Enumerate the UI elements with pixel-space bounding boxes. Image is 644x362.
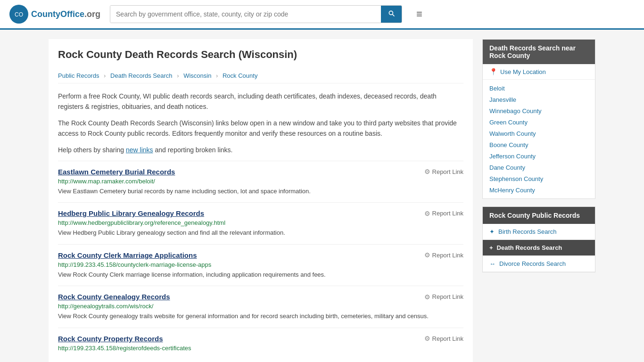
report-icon: ⚙ xyxy=(424,335,430,342)
record-item: Rock County Property Records ⚙ Report Li… xyxy=(58,328,463,360)
record-desc: View Eastlawn Cemetery burial records by… xyxy=(58,187,463,196)
page-header: CO CountyOffice.org ≡ xyxy=(0,0,644,30)
record-desc: View Hedberg Public Library genealogy se… xyxy=(58,228,463,238)
logo-link[interactable]: CO CountyOffice.org xyxy=(9,5,100,24)
search-bar xyxy=(110,5,402,23)
logo-icon: CO xyxy=(9,5,28,24)
report-link-btn[interactable]: ⚙ Report Link xyxy=(424,168,463,175)
report-link-btn[interactable]: ⚙ Report Link xyxy=(424,210,463,217)
nearby-list-item: Green County xyxy=(483,116,595,128)
new-links-link[interactable]: new links xyxy=(126,146,153,154)
nearby-list-item: Beloit xyxy=(483,82,595,94)
record-title[interactable]: Rock County Clerk Marriage Applications xyxy=(58,251,197,259)
sidebar-nearby-header: Death Records Search near Rock County xyxy=(483,40,595,64)
public-records-list: ✦ Birth Records Search + Death Records S… xyxy=(483,224,595,272)
nearby-list-item: Walworth County xyxy=(483,128,595,139)
logo-text: CountyOffice.org xyxy=(31,9,100,19)
record-item: Rock County Genealogy Records ⚙ Report L… xyxy=(58,286,463,328)
public-record-link[interactable]: ✦ Birth Records Search xyxy=(483,224,595,239)
pin-icon: 📍 xyxy=(489,68,497,75)
public-record-link[interactable]: + Death Records Search xyxy=(483,240,595,255)
nearby-list-item: McHenry County xyxy=(483,184,595,196)
nearby-list-item: Winnebago County xyxy=(483,105,595,116)
search-input[interactable] xyxy=(110,6,381,23)
record-title[interactable]: Rock County Genealogy Records xyxy=(58,293,170,301)
main-container: Rock County Death Records Search (Wiscon… xyxy=(39,30,605,362)
nearby-link[interactable]: McHenry County xyxy=(489,187,535,194)
record-url[interactable]: http://www.hedbergpubliclibrary.org/refe… xyxy=(58,219,463,226)
page-title: Rock County Death Records Search (Wiscon… xyxy=(58,49,463,61)
nearby-list-item: Dane County xyxy=(483,162,595,173)
description-para3: Help others by sharing new links and rep… xyxy=(58,145,463,155)
nearby-list-item: Boone County xyxy=(483,139,595,150)
breadcrumb-public-records[interactable]: Public Records xyxy=(58,72,99,79)
report-link-btn[interactable]: ⚙ Report Link xyxy=(424,335,463,342)
record-url[interactable]: http://199.233.45.158/countyclerk-marria… xyxy=(58,261,463,268)
description-para1: Perform a free Rock County, WI public de… xyxy=(58,91,463,112)
search-button[interactable] xyxy=(381,6,402,23)
record-desc: View Rock County Clerk marriage license … xyxy=(58,270,463,280)
record-url[interactable]: http://www.map.ramaker.com/beloit/ xyxy=(58,178,463,185)
report-icon: ⚙ xyxy=(424,210,430,217)
records-list: Eastlawn Cemetery Burial Records ⚙ Repor… xyxy=(58,161,463,360)
nearby-list-item: Janesville xyxy=(483,94,595,105)
record-url[interactable]: http://genealogytrails.com/wis/rock/ xyxy=(58,303,463,310)
public-record-item: + Death Records Search xyxy=(483,240,595,256)
nearby-link[interactable]: Boone County xyxy=(489,141,528,148)
nearby-link[interactable]: Jefferson County xyxy=(489,153,536,160)
sidebar-public-records-section: Rock County Public Records ✦ Birth Recor… xyxy=(482,206,595,272)
public-record-item: ✦ Birth Records Search xyxy=(483,224,595,240)
nearby-link[interactable]: Walworth County xyxy=(489,130,536,137)
nearby-link[interactable]: Dane County xyxy=(489,164,525,171)
breadcrumb-rock-county[interactable]: Rock County xyxy=(223,72,257,79)
svg-text:CO: CO xyxy=(15,11,23,18)
breadcrumb: Public Records › Death Records Search › … xyxy=(58,68,463,83)
nearby-list-item: Jefferson County xyxy=(483,150,595,162)
nearby-link[interactable]: Janesville xyxy=(489,96,516,103)
nearby-list-item: Stephenson County xyxy=(483,173,595,184)
record-type-icon: + xyxy=(489,244,493,251)
record-title[interactable]: Hedberg Public Library Genealogy Records xyxy=(58,209,204,217)
record-type-icon: ↔ xyxy=(489,260,495,267)
sidebar: Death Records Search near Rock County 📍 … xyxy=(482,39,595,362)
record-title[interactable]: Rock County Property Records xyxy=(58,335,163,343)
report-icon: ⚙ xyxy=(424,293,430,301)
breadcrumb-death-records-search[interactable]: Death Records Search xyxy=(110,72,173,79)
nearby-link[interactable]: Green County xyxy=(489,119,528,126)
record-title[interactable]: Eastlawn Cemetery Burial Records xyxy=(58,168,175,176)
breadcrumb-wisconsin[interactable]: Wisconsin xyxy=(183,72,211,79)
nearby-link[interactable]: Beloit xyxy=(489,85,505,92)
record-url[interactable]: http://199.233.45.158/registerofdeeds-ce… xyxy=(58,345,463,352)
sidebar-public-records-header: Rock County Public Records xyxy=(483,207,595,224)
report-link-btn[interactable]: ⚙ Report Link xyxy=(424,293,463,301)
report-icon: ⚙ xyxy=(424,168,430,175)
public-record-item: ↔ Divorce Records Search xyxy=(483,256,595,272)
sidebar-nearby-section: Death Records Search near Rock County 📍 … xyxy=(482,39,595,199)
description-para2: The Rock County Death Records Search (Wi… xyxy=(58,118,463,139)
content-area: Rock County Death Records Search (Wiscon… xyxy=(49,39,473,362)
nearby-link[interactable]: Winnebago County xyxy=(489,107,542,115)
menu-button[interactable]: ≡ xyxy=(416,8,422,20)
public-record-link[interactable]: ↔ Divorce Records Search xyxy=(483,256,595,272)
record-type-icon: ✦ xyxy=(489,228,495,235)
record-item: Rock County Clerk Marriage Applications … xyxy=(58,244,463,286)
record-item: Hedberg Public Library Genealogy Records… xyxy=(58,202,463,244)
report-icon: ⚙ xyxy=(424,251,430,259)
use-my-location[interactable]: 📍 Use My Location xyxy=(483,64,595,80)
record-desc: View Rock County genealogy trails websit… xyxy=(58,312,463,321)
report-link-btn[interactable]: ⚙ Report Link xyxy=(424,251,463,259)
nearby-links-list: BeloitJanesvilleWinnebago CountyGreen Co… xyxy=(483,80,595,198)
nearby-link[interactable]: Stephenson County xyxy=(489,175,543,182)
record-item: Eastlawn Cemetery Burial Records ⚙ Repor… xyxy=(58,161,463,203)
